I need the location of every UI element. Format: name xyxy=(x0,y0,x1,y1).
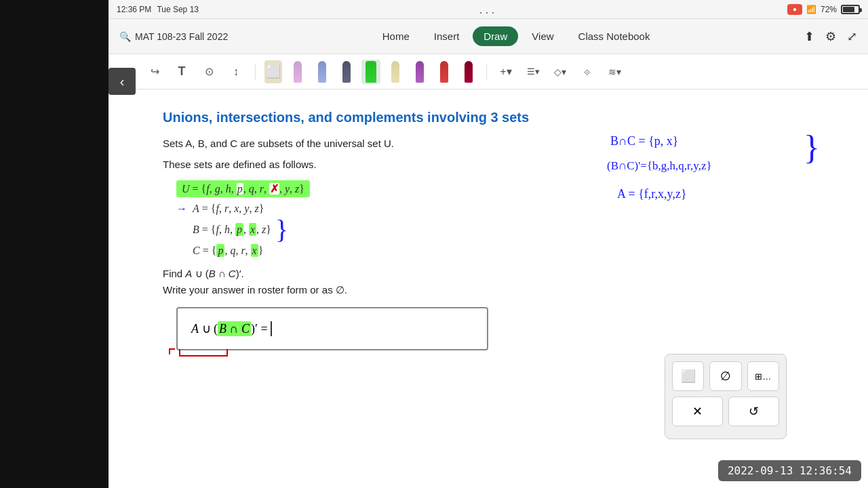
battery-display: 72% xyxy=(821,5,837,14)
timestamp: 2022-09-13 12:36:54 xyxy=(718,460,861,481)
expand-icon[interactable]: ⤢ xyxy=(847,29,857,44)
answer-box[interactable]: A ∪ (B ∩ C)′ = xyxy=(176,307,488,350)
svg-text:}: } xyxy=(804,128,820,166)
nav-icons: ⬆ ⚙ ⤢ xyxy=(804,29,857,44)
three-dots-menu[interactable]: ··· xyxy=(479,5,497,20)
pen-green[interactable] xyxy=(361,60,380,84)
palette-close-btn[interactable]: ✕ xyxy=(672,396,723,426)
arrow-indicator: → xyxy=(176,203,187,214)
tab-view[interactable]: View xyxy=(521,26,564,46)
palette-row-2: ✕ ↺ xyxy=(672,396,779,426)
tab-insert[interactable]: Insert xyxy=(423,26,471,46)
write-text: Write your answer in roster form or as ∅… xyxy=(163,284,827,296)
ink-button[interactable]: ⟐ xyxy=(576,61,598,83)
separator-2 xyxy=(486,64,487,80)
set-u-box: U = {f, g, h, p, q, r, ✗, y, z} xyxy=(176,180,310,197)
nav-bar: 🔍 MAT 108-23 Fall 2022 Home Insert Draw … xyxy=(108,19,868,54)
find-text: Find A ∪ (B ∩ C)′. xyxy=(163,268,827,280)
pen-dark[interactable] xyxy=(337,60,356,84)
arrange-button[interactable]: ↕ xyxy=(225,61,247,83)
toolbar: ↩ ↪ T ⊙ ↕ ⬜ xyxy=(108,54,868,89)
palette-empty-set-btn[interactable]: ∅ xyxy=(709,361,741,391)
battery-icon xyxy=(841,5,860,14)
nav-tabs: Home Insert Draw View Class Notebook xyxy=(239,26,793,46)
eraser-tool[interactable]: ⬜ xyxy=(264,60,283,84)
answer-section: A ∪ (B ∩ C)′ = xyxy=(163,307,488,350)
redo-button[interactable]: ↪ xyxy=(144,61,165,83)
add-tool-button[interactable]: +▾ xyxy=(495,61,517,83)
cursor xyxy=(271,321,272,336)
content-area: Unions, intersections, and complements i… xyxy=(108,89,868,488)
red-brackets xyxy=(163,346,475,363)
text-button[interactable]: T xyxy=(171,61,193,83)
search-icon: 🔍 xyxy=(119,31,131,42)
pen-blue[interactable] xyxy=(313,60,332,84)
shape-button[interactable]: ◇▾ xyxy=(549,61,571,83)
pen-cream[interactable] xyxy=(386,60,405,84)
handwritten-math: B∩C = {p, x} (B∩C)'={b,g,h,q,r,y,z} } A … xyxy=(604,123,821,259)
palette-more-btn[interactable]: ⊞… xyxy=(747,361,779,391)
symbol-palette: ⬜ ∅ ⊞… ✕ ↺ xyxy=(665,354,787,439)
palette-row-1: ⬜ ∅ ⊞… xyxy=(672,361,779,391)
lasso-button[interactable]: ⊙ xyxy=(198,61,220,83)
wifi-icon: 📶 xyxy=(806,5,816,14)
date-display: Tue Sep 13 xyxy=(157,5,199,14)
tab-class-notebook[interactable]: Class Notebook xyxy=(568,26,661,46)
svg-text:A  = {f,r,x,y,z}: A = {f,r,x,y,z} xyxy=(617,187,687,201)
tab-draw[interactable]: Draw xyxy=(473,26,518,46)
pen-darkred[interactable] xyxy=(459,60,478,84)
ruler-button[interactable]: ☰▾ xyxy=(522,61,544,83)
status-bar: 12:36 PM Tue Sep 13 ··· ● 📶 72% xyxy=(108,0,868,19)
pen-red2[interactable] xyxy=(435,60,454,84)
more-button[interactable]: ≋▾ xyxy=(604,61,625,83)
pen-red1[interactable] xyxy=(410,60,429,84)
answer-formula: A ∪ (B ∩ C)′ = xyxy=(191,321,271,336)
palette-undo-btn[interactable]: ↺ xyxy=(728,396,779,426)
back-button[interactable]: ‹ xyxy=(108,68,136,95)
palette-bracket-btn[interactable]: ⬜ xyxy=(672,361,704,391)
search-text: MAT 108-23 Fall 2022 xyxy=(135,31,228,42)
search-area[interactable]: 🔍 MAT 108-23 Fall 2022 xyxy=(119,31,228,42)
settings-icon[interactable]: ⚙ xyxy=(825,29,836,44)
svg-text:B∩C = {p, x}: B∩C = {p, x} xyxy=(610,134,678,148)
separator-1 xyxy=(255,64,256,80)
share-icon[interactable]: ⬆ xyxy=(804,29,814,44)
pen-pink[interactable] xyxy=(288,60,307,84)
time-display: 12:36 PM xyxy=(117,5,151,14)
svg-text:(B∩C)'={b,g,h,q,r,y,z}: (B∩C)'={b,g,h,q,r,y,z} xyxy=(607,159,712,172)
tab-home[interactable]: Home xyxy=(372,26,420,46)
record-indicator: ● xyxy=(787,4,802,15)
